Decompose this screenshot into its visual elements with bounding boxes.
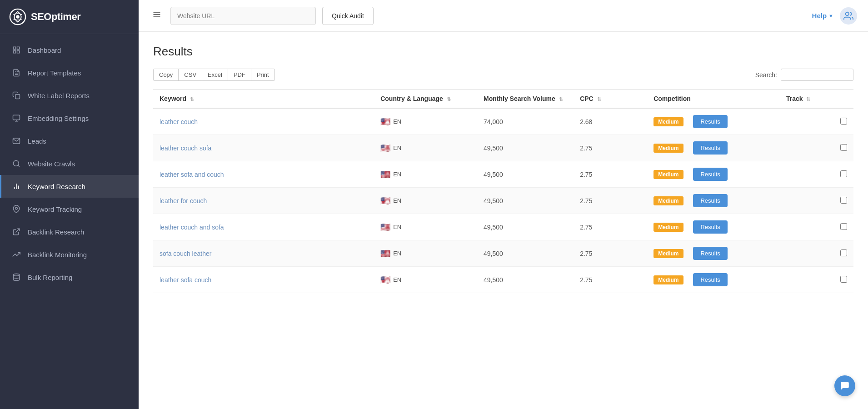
sidebar-item-website-crawls[interactable]: Website Crawls [0, 152, 139, 175]
cell-competition: Medium Results [647, 240, 780, 267]
export-print-button[interactable]: Print [251, 69, 275, 81]
export-csv-button[interactable]: CSV [178, 69, 202, 81]
sidebar-item-label-white-label-reports: White Label Reports [28, 92, 90, 100]
table-row: leather couch and sofa 🇺🇸 EN 49,500 2.75… [153, 214, 853, 240]
help-button[interactable]: Help ▼ [812, 12, 833, 20]
results-button[interactable]: Results [693, 168, 727, 181]
results-button[interactable]: Results [693, 141, 727, 155]
svg-point-1 [16, 15, 20, 19]
sidebar-item-keyword-research[interactable]: Keyword Research [0, 175, 139, 198]
cell-track [780, 214, 853, 240]
country-flag: 🇺🇸 [380, 196, 390, 206]
url-input[interactable] [170, 7, 316, 25]
sidebar-item-embedding-settings[interactable]: Embedding Settings [0, 107, 139, 130]
col-header-country[interactable]: Country & Language ⇅ [374, 90, 477, 109]
results-table: Keyword ⇅ Country & Language ⇅ Monthly S… [153, 89, 853, 293]
cell-country: 🇺🇸 EN [374, 214, 477, 240]
cell-competition: Medium Results [647, 135, 780, 161]
copy-icon [11, 90, 21, 100]
page-title: Results [153, 45, 853, 59]
table-header-row: Keyword ⇅ Country & Language ⇅ Monthly S… [153, 90, 853, 109]
seoptimer-logo-icon [9, 8, 26, 25]
country-flag: 🇺🇸 [380, 222, 390, 232]
track-checkbox[interactable] [840, 223, 847, 230]
country-flag: 🇺🇸 [380, 143, 390, 153]
results-button[interactable]: Results [693, 220, 727, 234]
keyword-link[interactable]: leather for couch [160, 197, 207, 204]
keyword-link[interactable]: leather couch sofa [160, 145, 211, 152]
cell-country: 🇺🇸 EN [374, 135, 477, 161]
export-pdf-button[interactable]: PDF [228, 69, 251, 81]
cell-track [780, 108, 853, 135]
track-checkbox[interactable] [840, 276, 847, 283]
sidebar-item-label-report-templates: Report Templates [28, 69, 81, 77]
track-checkbox[interactable] [840, 118, 847, 125]
cell-keyword: leather sofa couch [153, 267, 374, 293]
chat-bubble[interactable] [834, 375, 855, 396]
col-header-track[interactable]: Track ⇅ [780, 90, 853, 109]
col-header-volume[interactable]: Monthly Search Volume ⇅ [477, 90, 574, 109]
mail-icon [11, 136, 21, 146]
svg-line-13 [18, 165, 19, 166]
cell-keyword: sofa couch leather [153, 240, 374, 267]
sort-icon-keyword: ⇅ [190, 96, 194, 102]
results-button[interactable]: Results [693, 273, 727, 286]
cell-track [780, 267, 853, 293]
cell-volume: 49,500 [477, 267, 574, 293]
sidebar-item-backlink-research[interactable]: Backlink Research [0, 220, 139, 243]
sidebar-item-backlink-monitoring[interactable]: Backlink Monitoring [0, 243, 139, 266]
svg-rect-4 [17, 51, 20, 53]
keyword-link[interactable]: sofa couch leather [160, 250, 211, 257]
svg-rect-8 [15, 95, 20, 99]
sidebar-item-label-website-crawls: Website Crawls [28, 160, 75, 168]
trending-up-icon [11, 249, 21, 259]
results-button[interactable]: Results [693, 194, 727, 207]
sidebar-item-leads[interactable]: Leads [0, 130, 139, 152]
col-header-cpc[interactable]: CPC ⇅ [574, 90, 647, 109]
svg-rect-2 [13, 47, 15, 49]
keyword-link[interactable]: leather couch and sofa [160, 224, 224, 231]
sidebar-item-report-templates[interactable]: Report Templates [0, 61, 139, 84]
export-excel-button[interactable]: Excel [202, 69, 228, 81]
search-label: Search: [755, 71, 777, 79]
table-row: leather for couch 🇺🇸 EN 49,500 2.75 Medi… [153, 188, 853, 214]
keyword-link[interactable]: leather couch [160, 118, 198, 125]
sidebar-item-label-dashboard: Dashboard [28, 46, 61, 54]
sidebar-item-label-bulk-reporting: Bulk Reporting [28, 274, 72, 281]
track-checkbox[interactable] [840, 144, 847, 151]
results-button[interactable]: Results [693, 115, 727, 128]
file-text-icon [11, 68, 21, 78]
hamburger-button[interactable] [150, 7, 164, 24]
cell-track [780, 161, 853, 188]
sidebar-item-bulk-reporting[interactable]: Bulk Reporting [0, 266, 139, 289]
track-checkbox[interactable] [840, 170, 847, 177]
export-bar: Copy CSV Excel PDF Print Search: [153, 69, 853, 81]
cell-competition: Medium Results [647, 188, 780, 214]
cell-competition: Medium Results [647, 214, 780, 240]
cell-cpc: 2.75 [574, 267, 647, 293]
cell-competition: Medium Results [647, 267, 780, 293]
cell-competition: Medium Results [647, 161, 780, 188]
export-copy-button[interactable]: Copy [153, 69, 179, 81]
sidebar-item-dashboard[interactable]: Dashboard [0, 39, 139, 61]
results-button[interactable]: Results [693, 247, 727, 260]
quick-audit-button[interactable]: Quick Audit [322, 7, 374, 25]
help-label: Help [812, 12, 827, 20]
col-header-keyword[interactable]: Keyword ⇅ [153, 90, 374, 109]
track-checkbox[interactable] [840, 249, 847, 256]
col-header-competition[interactable]: Competition [647, 90, 780, 109]
keyword-link[interactable]: leather sofa and couch [160, 171, 224, 178]
sidebar-item-label-embedding-settings: Embedding Settings [28, 115, 89, 122]
competition-badge: Medium [653, 144, 683, 153]
table-row: leather couch sofa 🇺🇸 EN 49,500 2.75 Med… [153, 135, 853, 161]
table-row: sofa couch leather 🇺🇸 EN 49,500 2.75 Med… [153, 240, 853, 267]
cell-cpc: 2.75 [574, 188, 647, 214]
competition-badge: Medium [653, 117, 683, 126]
sidebar-item-keyword-tracking[interactable]: Keyword Tracking [0, 198, 139, 220]
track-checkbox[interactable] [840, 197, 847, 204]
keyword-link[interactable]: leather sofa couch [160, 276, 211, 284]
user-avatar[interactable] [840, 7, 857, 25]
cell-volume: 49,500 [477, 188, 574, 214]
search-input[interactable] [781, 69, 853, 81]
sidebar-item-white-label-reports[interactable]: White Label Reports [0, 84, 139, 107]
